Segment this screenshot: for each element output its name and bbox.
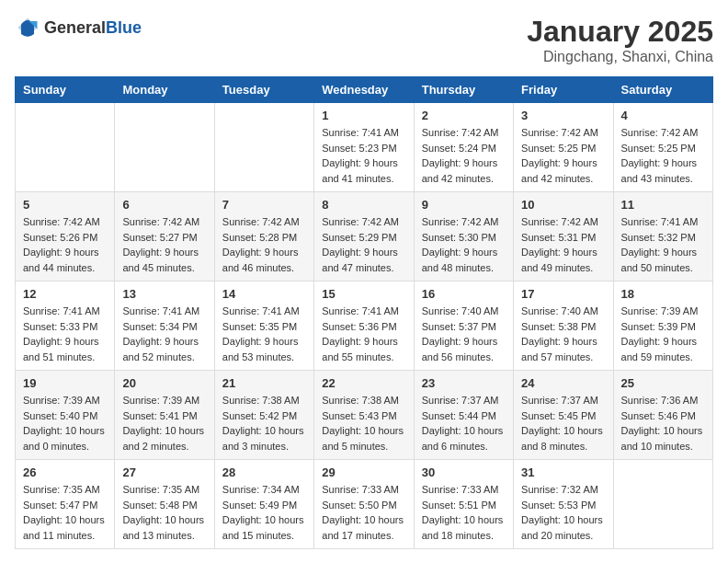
calendar-cell: 7Sunrise: 7:42 AMSunset: 5:28 PMDaylight… [214,192,313,282]
day-info: Sunrise: 7:32 AMSunset: 5:53 PMDaylight:… [521,482,605,543]
day-number: 6 [122,198,206,212]
logo-text: GeneralBlue [44,18,142,38]
day-info: Sunrise: 7:38 AMSunset: 5:42 PMDaylight:… [222,393,306,454]
calendar-cell [16,103,115,192]
day-number: 28 [222,465,306,479]
day-number: 17 [521,287,605,301]
calendar-cell: 12Sunrise: 7:41 AMSunset: 5:33 PMDayligh… [16,282,115,371]
calendar-cell: 6Sunrise: 7:42 AMSunset: 5:27 PMDaylight… [115,192,214,282]
day-info: Sunrise: 7:33 AMSunset: 5:50 PMDaylight:… [322,482,405,543]
day-info: Sunrise: 7:42 AMSunset: 5:29 PMDaylight:… [322,214,405,275]
day-info: Sunrise: 7:42 AMSunset: 5:27 PMDaylight:… [122,214,206,275]
day-number: 19 [23,376,107,390]
day-number: 4 [621,109,705,122]
week-row-3: 12Sunrise: 7:41 AMSunset: 5:33 PMDayligh… [16,282,713,371]
day-number: 29 [322,465,405,479]
calendar-cell: 25Sunrise: 7:36 AMSunset: 5:46 PMDayligh… [613,371,712,460]
day-number: 5 [23,198,107,212]
calendar-cell: 2Sunrise: 7:42 AMSunset: 5:24 PMDaylight… [414,103,513,192]
calendar-cell: 22Sunrise: 7:38 AMSunset: 5:43 PMDayligh… [314,371,414,460]
day-number: 1 [322,109,405,122]
day-info: Sunrise: 7:41 AMSunset: 5:36 PMDaylight:… [322,304,405,364]
day-info: Sunrise: 7:41 AMSunset: 5:23 PMDaylight:… [322,125,405,186]
day-info: Sunrise: 7:42 AMSunset: 5:31 PMDaylight:… [521,214,605,275]
day-info: Sunrise: 7:38 AMSunset: 5:43 PMDaylight:… [322,393,405,454]
weekday-header-friday: Friday [514,77,613,103]
calendar-cell: 9Sunrise: 7:42 AMSunset: 5:30 PMDaylight… [414,192,513,282]
logo-blue: Blue [106,18,142,37]
week-row-5: 26Sunrise: 7:35 AMSunset: 5:47 PMDayligh… [16,460,713,549]
day-info: Sunrise: 7:35 AMSunset: 5:48 PMDaylight:… [122,482,206,543]
calendar-title: January 2025 [527,15,713,49]
day-number: 7 [222,198,306,212]
calendar-cell: 16Sunrise: 7:40 AMSunset: 5:37 PMDayligh… [414,282,513,371]
weekday-header-thursday: Thursday [414,77,513,103]
calendar-cell: 30Sunrise: 7:33 AMSunset: 5:51 PMDayligh… [414,460,513,549]
day-number: 18 [621,287,705,301]
calendar-cell: 21Sunrise: 7:38 AMSunset: 5:42 PMDayligh… [214,371,313,460]
day-info: Sunrise: 7:40 AMSunset: 5:38 PMDaylight:… [521,304,605,364]
day-number: 24 [521,376,605,390]
day-number: 11 [621,198,705,212]
day-number: 30 [422,465,506,479]
day-info: Sunrise: 7:41 AMSunset: 5:34 PMDaylight:… [122,304,206,364]
logo-general: General [44,18,106,37]
day-number: 3 [521,109,605,122]
day-number: 23 [422,376,506,390]
calendar-cell: 13Sunrise: 7:41 AMSunset: 5:34 PMDayligh… [115,282,214,371]
calendar-cell: 4Sunrise: 7:42 AMSunset: 5:25 PMDaylight… [613,103,712,192]
calendar-cell: 15Sunrise: 7:41 AMSunset: 5:36 PMDayligh… [314,282,414,371]
day-number: 21 [222,376,306,390]
day-number: 27 [122,465,206,479]
calendar-cell: 5Sunrise: 7:42 AMSunset: 5:26 PMDaylight… [16,192,115,282]
calendar-cell [115,103,214,192]
calendar-table: SundayMondayTuesdayWednesdayThursdayFrid… [15,76,713,549]
day-info: Sunrise: 7:41 AMSunset: 5:33 PMDaylight:… [23,304,107,364]
day-info: Sunrise: 7:41 AMSunset: 5:35 PMDaylight:… [222,304,306,364]
page-header: GeneralBlue January 2025 Dingchang, Shan… [15,15,713,65]
weekday-header-row: SundayMondayTuesdayWednesdayThursdayFrid… [16,77,713,103]
day-number: 15 [322,287,405,301]
weekday-header-tuesday: Tuesday [214,77,313,103]
weekday-header-saturday: Saturday [613,77,712,103]
calendar-cell: 28Sunrise: 7:34 AMSunset: 5:49 PMDayligh… [214,460,313,549]
weekday-header-wednesday: Wednesday [314,77,414,103]
day-number: 25 [621,376,705,390]
day-number: 2 [422,109,506,122]
calendar-cell: 19Sunrise: 7:39 AMSunset: 5:40 PMDayligh… [16,371,115,460]
day-info: Sunrise: 7:42 AMSunset: 5:30 PMDaylight:… [422,214,506,275]
calendar-cell: 24Sunrise: 7:37 AMSunset: 5:45 PMDayligh… [514,371,613,460]
day-number: 22 [322,376,405,390]
calendar-cell: 23Sunrise: 7:37 AMSunset: 5:44 PMDayligh… [414,371,513,460]
weekday-header-monday: Monday [115,77,214,103]
day-number: 8 [322,198,405,212]
day-info: Sunrise: 7:42 AMSunset: 5:26 PMDaylight:… [23,214,107,275]
generalblue-icon [15,15,40,40]
calendar-cell: 14Sunrise: 7:41 AMSunset: 5:35 PMDayligh… [214,282,313,371]
calendar-cell: 29Sunrise: 7:33 AMSunset: 5:50 PMDayligh… [314,460,414,549]
day-info: Sunrise: 7:42 AMSunset: 5:25 PMDaylight:… [521,125,605,186]
day-info: Sunrise: 7:42 AMSunset: 5:28 PMDaylight:… [222,214,306,275]
day-info: Sunrise: 7:39 AMSunset: 5:39 PMDaylight:… [621,304,705,364]
calendar-cell: 17Sunrise: 7:40 AMSunset: 5:38 PMDayligh… [514,282,613,371]
calendar-cell: 18Sunrise: 7:39 AMSunset: 5:39 PMDayligh… [613,282,712,371]
day-info: Sunrise: 7:34 AMSunset: 5:49 PMDaylight:… [222,482,306,543]
day-number: 9 [422,198,506,212]
day-info: Sunrise: 7:39 AMSunset: 5:40 PMDaylight:… [23,393,107,454]
day-info: Sunrise: 7:41 AMSunset: 5:32 PMDaylight:… [621,214,705,275]
week-row-2: 5Sunrise: 7:42 AMSunset: 5:26 PMDaylight… [16,192,713,282]
day-number: 26 [23,465,107,479]
calendar-cell [214,103,313,192]
calendar-cell: 1Sunrise: 7:41 AMSunset: 5:23 PMDaylight… [314,103,414,192]
day-info: Sunrise: 7:33 AMSunset: 5:51 PMDaylight:… [422,482,506,543]
day-info: Sunrise: 7:36 AMSunset: 5:46 PMDaylight:… [621,393,705,454]
day-info: Sunrise: 7:39 AMSunset: 5:41 PMDaylight:… [122,393,206,454]
day-number: 10 [521,198,605,212]
day-info: Sunrise: 7:42 AMSunset: 5:24 PMDaylight:… [422,125,506,186]
logo: GeneralBlue [15,15,142,40]
calendar-cell: 31Sunrise: 7:32 AMSunset: 5:53 PMDayligh… [514,460,613,549]
title-section: January 2025 Dingchang, Shanxi, China [527,15,713,65]
day-info: Sunrise: 7:35 AMSunset: 5:47 PMDaylight:… [23,482,107,543]
day-info: Sunrise: 7:37 AMSunset: 5:44 PMDaylight:… [422,393,506,454]
calendar-cell: 10Sunrise: 7:42 AMSunset: 5:31 PMDayligh… [514,192,613,282]
